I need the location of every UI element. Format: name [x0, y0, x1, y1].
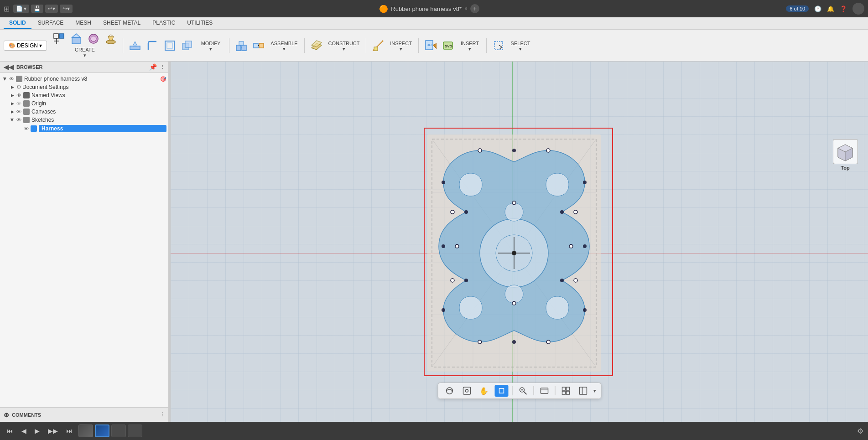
help-icon[interactable]: ❓	[840, 5, 847, 12]
orbit-btn[interactable]	[442, 385, 456, 397]
fillet-btn[interactable]	[144, 38, 161, 53]
new-component-asm-btn[interactable]	[233, 38, 249, 53]
timeline-thumb-2[interactable]	[95, 424, 109, 437]
pan-btn[interactable]: ✋	[477, 385, 491, 397]
assemble-more-btn[interactable]: ASSEMBLE ▾	[268, 40, 301, 53]
canvas-area[interactable]: Top ✋	[171, 62, 868, 422]
tab-solid[interactable]: SOLID	[4, 17, 31, 29]
undo-btn[interactable]: ↩▾	[45, 5, 58, 13]
origin-eye[interactable]: 👁	[16, 101, 21, 106]
save-btn[interactable]: 💾	[31, 5, 43, 13]
svg-rect-100	[562, 391, 565, 394]
redo-btn[interactable]: ↪▾	[60, 5, 73, 13]
select-box-btn[interactable]	[490, 38, 507, 53]
browser-pin-btn[interactable]: 📌	[149, 63, 157, 71]
insert-derive-btn[interactable]: 3D	[422, 38, 439, 53]
new-tab-btn[interactable]: +	[470, 4, 479, 13]
close-btn[interactable]: ×	[464, 5, 468, 12]
clock-icon[interactable]: 🕐	[814, 5, 821, 12]
svg-point-71	[512, 301, 516, 305]
timeline-thumb-1[interactable]	[78, 424, 93, 437]
offset-plane-btn[interactable]	[308, 38, 325, 53]
shell-btn[interactable]	[161, 38, 178, 53]
root-target[interactable]: 🎯	[160, 76, 166, 82]
settings-btn[interactable]: ⚙	[857, 427, 863, 435]
root-arrow[interactable]: ▶	[2, 76, 8, 82]
svg-point-80	[574, 210, 577, 214]
construct-section: CONSTRUCT ▾	[304, 38, 362, 53]
root-eye[interactable]: 👁	[9, 76, 14, 82]
cube-visual[interactable]	[833, 139, 858, 164]
app-grid-icon[interactable]: ⊞	[4, 5, 10, 13]
origin-arrow[interactable]: ▶	[9, 100, 16, 107]
bell-icon[interactable]: 🔔	[827, 5, 834, 12]
tab-surface[interactable]: SURFACE	[32, 17, 69, 29]
play-btn[interactable]: ▶	[32, 426, 42, 436]
file-menu-btn[interactable]: 📄▾	[13, 5, 29, 13]
svg-line-93	[524, 392, 526, 394]
named-views-arrow[interactable]: ▶	[9, 92, 16, 98]
tree-root-item[interactable]: ▶ 👁 Rubber phone harness v8 🎯	[0, 75, 168, 83]
combine-btn[interactable]	[179, 38, 195, 53]
svg-point-65	[560, 279, 564, 282]
orientation-cube[interactable]: Top	[832, 139, 859, 180]
modify-more-btn[interactable]: MODIFY ▾	[196, 40, 225, 53]
construct-more-btn[interactable]: CONSTRUCT ▾	[326, 40, 362, 53]
insert-more-btn[interactable]: INSERT ▾	[457, 40, 483, 53]
create-group: CREATE ▾	[51, 31, 119, 59]
tree-item-canvases[interactable]: ▶ 👁 Canvases	[7, 108, 168, 116]
display-mode-btn[interactable]	[537, 385, 551, 397]
comments-add-btn[interactable]: ⊕	[4, 411, 9, 419]
named-views-label: Named Views	[31, 92, 166, 98]
tab-mesh[interactable]: MESH	[70, 17, 97, 29]
zoom-btn[interactable]	[516, 385, 530, 397]
step-back-first-btn[interactable]: ⏮	[5, 426, 16, 436]
origin-label: Origin	[31, 100, 166, 107]
measure-btn[interactable]	[370, 38, 386, 53]
tree-item-doc-settings[interactable]: ▶ ⚙ Document Settings	[7, 83, 168, 91]
extrude-btn[interactable]	[68, 31, 84, 46]
joint-btn[interactable]	[250, 38, 267, 53]
browser-collapse-btn[interactable]: ◀◀	[4, 63, 14, 71]
user-avatar[interactable]	[852, 3, 864, 15]
inspect-more-btn[interactable]: INSPECT ▾	[387, 40, 415, 53]
press-pull-btn[interactable]	[127, 38, 143, 53]
tree-item-sketches[interactable]: ▶ 👁 Sketches	[7, 116, 168, 124]
look-at-btn[interactable]	[460, 385, 473, 397]
panel-dropdown[interactable]: ▾	[593, 388, 596, 394]
insert-svg-btn[interactable]: SVG	[440, 38, 456, 53]
harness-eye[interactable]: 👁	[24, 126, 29, 131]
loft-btn[interactable]	[103, 31, 119, 46]
canvases-eye[interactable]: 👁	[16, 109, 21, 114]
sketches-children: 👁 Harness	[7, 124, 168, 133]
tree-item-named-views[interactable]: ▶ 👁 Named Views	[7, 91, 168, 99]
timeline-thumb-3[interactable]	[111, 424, 126, 437]
create-more-btn[interactable]: CREATE ▾	[67, 46, 103, 59]
sketches-eye[interactable]: 👁	[16, 117, 21, 123]
select-more-btn[interactable]: SELECT ▾	[508, 40, 533, 53]
panel-toggle-btn[interactable]	[576, 385, 590, 397]
tree-item-harness[interactable]: 👁 Harness	[15, 124, 168, 133]
grid-toggle-btn[interactable]	[559, 385, 572, 397]
tab-plastic[interactable]: PLASTIC	[147, 17, 181, 29]
sketches-label: Sketches	[31, 117, 166, 123]
tab-utilities[interactable]: UTILITIES	[182, 17, 218, 29]
tree-item-origin[interactable]: ▶ 👁 Origin	[7, 99, 168, 108]
step-forward-btn[interactable]: ▶▶	[46, 426, 60, 436]
step-forward-last-btn[interactable]: ⏭	[64, 426, 75, 436]
cube-label: Top	[841, 165, 849, 171]
select-mode-btn[interactable]	[494, 385, 508, 397]
timeline-thumb-4[interactable]	[128, 424, 142, 437]
sketches-arrow[interactable]: ▶	[9, 117, 16, 123]
select-section: SELECT ▾	[486, 38, 533, 53]
svg-point-69	[512, 340, 516, 344]
revolve-btn[interactable]	[85, 31, 102, 46]
svg-line-10	[108, 35, 111, 36]
named-views-eye[interactable]: 👁	[16, 93, 21, 98]
new-component-btn[interactable]	[51, 31, 67, 46]
canvases-arrow[interactable]: ▶	[9, 109, 16, 115]
design-btn[interactable]: 🎨 DESIGN ▾	[4, 41, 47, 51]
doc-settings-arrow[interactable]: ▶	[9, 84, 16, 90]
step-back-btn[interactable]: ◀	[19, 426, 29, 436]
tab-sheet-metal[interactable]: SHEET METAL	[98, 17, 146, 29]
